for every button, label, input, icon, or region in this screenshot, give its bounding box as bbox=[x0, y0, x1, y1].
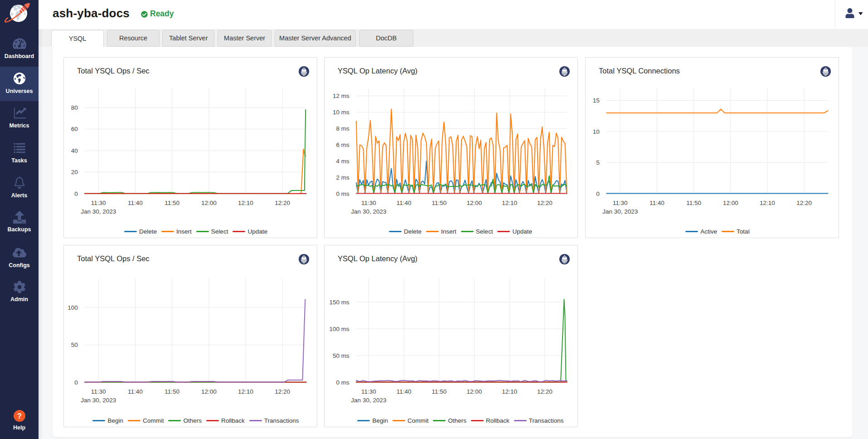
svg-text:11:40: 11:40 bbox=[128, 388, 143, 395]
svg-text:15: 15 bbox=[593, 97, 600, 104]
svg-text:10: 10 bbox=[593, 128, 600, 135]
svg-text:0 ms: 0 ms bbox=[336, 190, 350, 197]
svg-text:150 ms: 150 ms bbox=[330, 299, 350, 306]
svg-text:Jan 30, 2023: Jan 30, 2023 bbox=[81, 208, 116, 215]
svg-text:Jan 30, 2023: Jan 30, 2023 bbox=[81, 397, 116, 404]
svg-text:8 ms: 8 ms bbox=[336, 125, 350, 132]
svg-text:5: 5 bbox=[596, 159, 600, 166]
svg-text:12:10: 12:10 bbox=[238, 388, 253, 395]
svg-text:11:30: 11:30 bbox=[91, 200, 106, 206]
svg-text:11:50: 11:50 bbox=[432, 388, 446, 395]
svg-text:12:10: 12:10 bbox=[502, 200, 517, 206]
svg-text:12:00: 12:00 bbox=[201, 200, 217, 206]
svg-text:11:40: 11:40 bbox=[128, 200, 143, 206]
svg-text:12:20: 12:20 bbox=[275, 388, 290, 395]
svg-text:0: 0 bbox=[596, 190, 600, 197]
svg-text:100: 100 bbox=[68, 304, 78, 311]
svg-text:100 ms: 100 ms bbox=[330, 326, 350, 332]
svg-text:11:50: 11:50 bbox=[165, 388, 179, 395]
svg-text:11:50: 11:50 bbox=[432, 200, 446, 206]
svg-text:11:30: 11:30 bbox=[91, 388, 106, 395]
svg-text:11:50: 11:50 bbox=[165, 200, 179, 206]
svg-text:11:40: 11:40 bbox=[650, 200, 664, 206]
svg-text:Jan 30, 2023: Jan 30, 2023 bbox=[351, 397, 386, 404]
svg-text:12:20: 12:20 bbox=[537, 388, 553, 395]
svg-text:12:00: 12:00 bbox=[467, 200, 482, 206]
svg-text:50: 50 bbox=[71, 341, 78, 348]
svg-text:12:10: 12:10 bbox=[760, 200, 775, 206]
svg-text:80: 80 bbox=[71, 104, 78, 111]
svg-text:12:10: 12:10 bbox=[238, 200, 253, 206]
svg-text:40: 40 bbox=[71, 147, 78, 154]
svg-text:60: 60 bbox=[71, 126, 78, 132]
svg-text:12:00: 12:00 bbox=[723, 200, 738, 206]
svg-text:11:30: 11:30 bbox=[613, 200, 628, 206]
svg-text:12:20: 12:20 bbox=[275, 200, 290, 206]
svg-text:10 ms: 10 ms bbox=[333, 109, 349, 116]
svg-text:12:20: 12:20 bbox=[796, 200, 812, 206]
svg-text:0: 0 bbox=[74, 379, 78, 386]
svg-text:11:30: 11:30 bbox=[361, 200, 376, 206]
svg-text:20: 20 bbox=[71, 169, 78, 176]
svg-text:?: ? bbox=[17, 412, 22, 420]
svg-text:12:00: 12:00 bbox=[201, 388, 217, 395]
svg-text:11:40: 11:40 bbox=[397, 388, 412, 395]
svg-text:Jan 30, 2023: Jan 30, 2023 bbox=[602, 208, 638, 215]
svg-text:6 ms: 6 ms bbox=[336, 141, 350, 148]
svg-text:12 ms: 12 ms bbox=[333, 93, 349, 99]
svg-text:12:10: 12:10 bbox=[502, 388, 517, 395]
svg-text:11:30: 11:30 bbox=[361, 388, 376, 395]
svg-text:11:50: 11:50 bbox=[686, 200, 701, 206]
svg-text:11:40: 11:40 bbox=[397, 200, 412, 206]
svg-text:50 ms: 50 ms bbox=[333, 352, 349, 359]
svg-text:0: 0 bbox=[74, 190, 78, 197]
svg-text:12:00: 12:00 bbox=[467, 388, 482, 395]
svg-text:2 ms: 2 ms bbox=[336, 174, 350, 181]
svg-text:Jan 30, 2023: Jan 30, 2023 bbox=[351, 208, 386, 215]
svg-text:12:20: 12:20 bbox=[537, 200, 553, 206]
svg-text:4 ms: 4 ms bbox=[336, 158, 350, 165]
svg-text:0 ms: 0 ms bbox=[336, 379, 350, 386]
